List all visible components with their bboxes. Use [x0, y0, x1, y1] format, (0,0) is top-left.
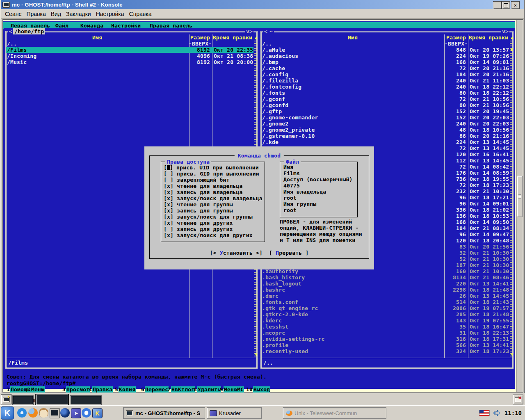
menu-item[interactable]: Вид	[48, 10, 64, 18]
file-row[interactable]: /.aMule848Окт 20 13:57	[261, 47, 509, 53]
menu-item[interactable]: Правка	[24, 10, 48, 18]
file-row[interactable]: .kderc143Окт 19 07:55	[261, 317, 509, 324]
titlebar[interactable]: mc - GHOST:/home/ftp - Shell #2 - Konsol…	[1, 0, 524, 9]
permission-checkbox[interactable]: [x] запись для группы	[164, 208, 264, 214]
panel-right-arrow[interactable]: v>	[501, 28, 509, 34]
menu-item[interactable]: Настройка	[94, 10, 127, 18]
fkey-8[interactable]: 8Удалить	[194, 386, 221, 393]
fkey-7[interactable]: 7НвКтлог	[167, 386, 195, 393]
permission-checkbox[interactable]: [x] чтение для группы	[164, 201, 264, 208]
permission-checkbox[interactable]: [x] запуск/поиск для группы	[164, 214, 264, 220]
fkey-4[interactable]: 4Правка	[89, 386, 113, 393]
menu-item[interactable]: Сеанс	[2, 10, 24, 18]
scroll-down-icon[interactable]: ▼	[511, 352, 514, 357]
k-app-icon[interactable]: K	[92, 408, 103, 418]
new-session-button[interactable]: ✦	[1, 394, 11, 404]
file-row[interactable]: .recently-used324Окт 18 17:23	[261, 348, 509, 354]
file-row[interactable]: /.bmp168Окт 14 09:01	[261, 59, 509, 65]
scroll-up-icon[interactable]: ▲	[255, 35, 258, 40]
file-row[interactable]: /.gnome2_private48Окт 18 10:56	[261, 127, 509, 133]
scroll-up-icon[interactable]: ▲	[511, 35, 514, 40]
fkey-10[interactable]: 10Выход	[246, 386, 270, 393]
file-row[interactable]: /.gnome2240Окт 20 22:03	[261, 121, 509, 127]
krusader-icon[interactable]: ➤	[71, 408, 81, 418]
scrollbar-thumb[interactable]	[517, 176, 523, 217]
task-button[interactable]: Krusader	[207, 407, 262, 419]
file-row[interactable]: /.gconf72Окт 21 10:56	[261, 96, 509, 102]
scroll-thumb[interactable]	[511, 48, 513, 51]
file-row[interactable]: /Incoming4096Окт 21 08:38	[6, 53, 253, 59]
permission-checkbox[interactable]: [ ] запись для других	[164, 226, 264, 232]
file-row[interactable]: /Music8192Окт 20 20:00	[6, 59, 253, 65]
fkey-6[interactable]: 6Перемес	[141, 386, 169, 393]
permission-checkbox[interactable]: [x] чтение для владельца	[164, 183, 264, 189]
xmms-icon[interactable]: ✳	[82, 408, 91, 418]
volume-icon[interactable]	[493, 409, 501, 417]
tab-shell[interactable]: Shell	[12, 395, 34, 405]
mc-menu-item[interactable]: Правая панель	[150, 23, 192, 29]
fkey-9[interactable]: 9МенюМС	[220, 386, 244, 393]
keyboard-layout-flag-icon[interactable]	[479, 410, 490, 416]
file-row[interactable]: /.gnome-commander152Окт 20 22:03	[261, 114, 509, 121]
file-row[interactable]: .profile566Окт 13 14:41	[261, 342, 509, 348]
maximize-button[interactable]	[502, 1, 510, 9]
task-button[interactable]: mc - GHOST:/home/ftp - S	[123, 407, 205, 419]
minimize-button[interactable]: _	[493, 1, 502, 9]
file-row[interactable]: .nvidia-settings-rc318Окт 18 17:31	[261, 336, 509, 342]
file-row[interactable]: /.audacious224Окт 19 07:26	[261, 53, 509, 59]
file-row[interactable]: /.config184Окт 20 21:16	[261, 71, 509, 78]
panel-left-arrow[interactable]: <	[263, 28, 268, 34]
clock[interactable]: 11:10	[504, 410, 522, 416]
mc-menu-item[interactable]: Настройки	[111, 23, 141, 29]
firefox-icon[interactable]	[28, 408, 38, 418]
fkey-2[interactable]: 2Меню	[27, 386, 45, 393]
file-row[interactable]: /Films8192Окт 20 22:35	[6, 47, 253, 53]
file-row[interactable]: .gtkrc-2.0-kde285Окт 18 21:48	[261, 311, 509, 317]
permission-checkbox[interactable]: [ ] присв. GID при выполнении	[164, 171, 264, 177]
menu-item[interactable]: Закладки	[64, 10, 94, 18]
cancel-button[interactable]: [ Прервать ]	[269, 250, 308, 256]
mc-menu-item[interactable]: Файл	[55, 23, 68, 29]
set-button[interactable]: [< Установить >]	[210, 250, 262, 256]
file-row[interactable]: .bash_history8134Окт 21 08:46	[261, 274, 509, 281]
file-row[interactable]: /.gstreamer-0.1088Окт 20 21:16	[261, 133, 509, 139]
tab-shell-3[interactable]: Shell #3	[70, 395, 102, 405]
file-row[interactable]: .bash_logout220Окт 13 14:41	[261, 281, 509, 287]
permission-checkbox[interactable]: [x] запуск/поиск для других	[164, 232, 264, 238]
permission-checkbox[interactable]: [x] запуск/поиск для владельца	[164, 195, 264, 201]
file-row[interactable]: .dmrc26Окт 13 14:45	[261, 293, 509, 299]
tab-shell-2[interactable]: Shell #2	[35, 394, 69, 405]
permission-checkbox[interactable]: [ ] закрепляющий бит	[164, 177, 264, 183]
file-row[interactable]: /.filezilla240Окт 21 11:03	[261, 78, 509, 84]
file-row[interactable]: .lesshst35Окт 18 16:47	[261, 324, 509, 330]
fkey-5[interactable]: 5Копия	[115, 386, 136, 393]
amule-icon[interactable]	[39, 408, 48, 418]
file-row[interactable]: /.kde224Окт 13 14:45	[261, 139, 509, 145]
file-row[interactable]: /.gftp152Окт 20 19:45	[261, 108, 509, 114]
task-button[interactable]: Unix - Telesweet-Commun	[283, 407, 386, 419]
control-center-icon[interactable]	[17, 408, 27, 418]
kde-menu-button[interactable]: K	[1, 406, 14, 420]
mc-menu-item[interactable]: Команда	[80, 23, 103, 29]
panel-right-arrow[interactable]: v>	[245, 28, 253, 34]
fkey-3[interactable]: 3Просмот	[62, 386, 90, 393]
panel-path[interactable]: ~	[268, 28, 274, 34]
shell-prompt[interactable]: root@GHOST:/home/ftp#	[7, 380, 76, 386]
panel-left-arrow[interactable]: <	[8, 28, 13, 34]
close-button[interactable]: ×	[511, 1, 520, 9]
mc-menu-item[interactable]: Левая панель	[11, 23, 50, 29]
file-row[interactable]: .gtk_qt_engine_rc2086Окт 19 07:57	[261, 305, 509, 311]
file-row[interactable]: .fonts.conf514Окт 18 21:43	[261, 299, 509, 305]
konsole-icon[interactable]	[50, 408, 60, 418]
file-row[interactable]: /..-ВВЕРХ-	[261, 41, 509, 47]
permission-checkbox[interactable]: [x] чтение для других	[164, 220, 264, 226]
permission-checkbox[interactable]: [] присв. UID при выполнении	[164, 164, 264, 171]
file-row[interactable]: .mcoprc31Окт 18 22:13	[261, 330, 509, 336]
panel-scrollbar[interactable]	[510, 41, 513, 356]
panel-path[interactable]: /home/ftp	[13, 28, 45, 34]
terminal-scrollbar[interactable]	[516, 20, 523, 392]
file-row[interactable]: /.gconfd80Окт 21 10:56	[261, 102, 509, 108]
file-row[interactable]: .bashrc2298Окт 18 21:48	[261, 287, 509, 293]
permission-checkbox[interactable]: [x] запись для владельца	[164, 189, 264, 195]
close-session-button[interactable]: ✕	[513, 395, 523, 404]
